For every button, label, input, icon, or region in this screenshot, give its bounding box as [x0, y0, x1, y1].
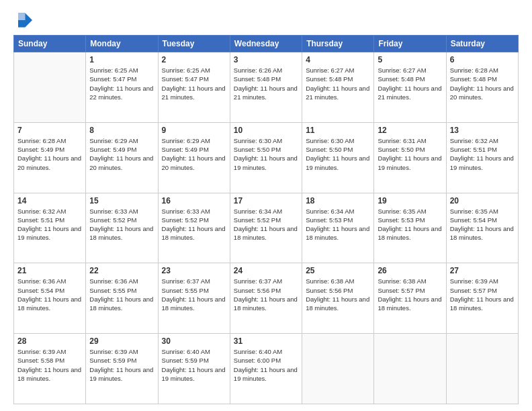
day-detail: Sunrise: 6:28 AMSunset: 5:49 PMDaylight:…: [17, 136, 82, 172]
day-cell-25: 25Sunrise: 6:38 AMSunset: 5:56 PMDayligh…: [302, 263, 374, 334]
day-cell-29: 29Sunrise: 6:39 AMSunset: 5:59 PMDayligh…: [86, 334, 158, 404]
calendar-page: SundayMondayTuesdayWednesdayThursdayFrid…: [0, 0, 532, 411]
day-number: 27: [450, 266, 515, 275]
day-number: 15: [89, 196, 154, 205]
day-number: 1: [89, 55, 154, 64]
day-number: 2: [162, 55, 226, 64]
day-cell-19: 19Sunrise: 6:35 AMSunset: 5:53 PMDayligh…: [374, 193, 446, 263]
day-detail: Sunrise: 6:35 AMSunset: 5:53 PMDaylight:…: [378, 207, 442, 242]
day-detail: Sunrise: 6:30 AMSunset: 5:50 PMDaylight:…: [234, 136, 298, 172]
day-detail: Sunrise: 6:38 AMSunset: 5:56 PMDaylight:…: [306, 277, 370, 312]
day-cell-9: 9Sunrise: 6:29 AMSunset: 5:49 PMDaylight…: [158, 122, 230, 193]
day-detail: Sunrise: 6:31 AMSunset: 5:50 PMDaylight:…: [378, 136, 442, 172]
svg-marker-2: [18, 20, 26, 28]
day-cell-2: 2Sunrise: 6:25 AMSunset: 5:47 PMDaylight…: [158, 52, 230, 123]
day-number: 3: [234, 55, 298, 64]
day-detail: Sunrise: 6:27 AMSunset: 5:48 PMDaylight:…: [378, 66, 442, 101]
day-detail: Sunrise: 6:34 AMSunset: 5:53 PMDaylight:…: [306, 207, 370, 242]
day-number: 7: [17, 126, 82, 135]
day-number: 23: [162, 266, 226, 275]
day-number: 24: [234, 266, 298, 275]
day-detail: Sunrise: 6:40 AMSunset: 5:59 PMDaylight:…: [162, 347, 226, 383]
day-detail: Sunrise: 6:28 AMSunset: 5:48 PMDaylight:…: [450, 66, 515, 101]
day-number: 26: [378, 266, 442, 275]
day-detail: Sunrise: 6:34 AMSunset: 5:52 PMDaylight:…: [234, 207, 298, 242]
day-detail: Sunrise: 6:39 AMSunset: 5:57 PMDaylight:…: [450, 277, 515, 312]
day-cell-18: 18Sunrise: 6:34 AMSunset: 5:53 PMDayligh…: [302, 193, 374, 263]
day-number: 10: [234, 126, 298, 135]
day-number: 18: [306, 196, 370, 205]
day-cell-28: 28Sunrise: 6:39 AMSunset: 5:58 PMDayligh…: [14, 334, 86, 404]
day-cell-6: 6Sunrise: 6:28 AMSunset: 5:48 PMDaylight…: [446, 52, 518, 123]
day-cell-13: 13Sunrise: 6:32 AMSunset: 5:51 PMDayligh…: [446, 122, 518, 193]
day-cell-20: 20Sunrise: 6:35 AMSunset: 5:54 PMDayligh…: [446, 193, 518, 263]
day-cell-27: 27Sunrise: 6:39 AMSunset: 5:57 PMDayligh…: [446, 263, 518, 334]
day-detail: Sunrise: 6:30 AMSunset: 5:50 PMDaylight:…: [306, 136, 370, 172]
empty-cell: [374, 334, 446, 404]
day-cell-8: 8Sunrise: 6:29 AMSunset: 5:49 PMDaylight…: [86, 122, 158, 193]
day-detail: Sunrise: 6:32 AMSunset: 5:51 PMDaylight:…: [17, 207, 82, 242]
day-detail: Sunrise: 6:27 AMSunset: 5:48 PMDaylight:…: [306, 66, 370, 101]
empty-cell: [14, 52, 86, 123]
day-detail: Sunrise: 6:33 AMSunset: 5:52 PMDaylight:…: [89, 207, 154, 242]
day-cell-31: 31Sunrise: 6:40 AMSunset: 6:00 PMDayligh…: [230, 334, 302, 404]
day-cell-5: 5Sunrise: 6:27 AMSunset: 5:48 PMDaylight…: [374, 52, 446, 123]
day-detail: Sunrise: 6:37 AMSunset: 5:55 PMDaylight:…: [162, 277, 226, 312]
day-number: 5: [378, 55, 442, 64]
calendar-table: SundayMondayTuesdayWednesdayThursdayFrid…: [13, 35, 519, 404]
day-detail: Sunrise: 6:36 AMSunset: 5:54 PMDaylight:…: [17, 277, 82, 312]
day-cell-30: 30Sunrise: 6:40 AMSunset: 5:59 PMDayligh…: [158, 334, 230, 404]
week-row-3: 21Sunrise: 6:36 AMSunset: 5:54 PMDayligh…: [14, 263, 519, 334]
day-cell-15: 15Sunrise: 6:33 AMSunset: 5:52 PMDayligh…: [86, 193, 158, 263]
day-cell-22: 22Sunrise: 6:36 AMSunset: 5:55 PMDayligh…: [86, 263, 158, 334]
day-detail: Sunrise: 6:29 AMSunset: 5:49 PMDaylight:…: [89, 136, 154, 172]
weekday-header-tuesday: Tuesday: [158, 36, 230, 52]
day-detail: Sunrise: 6:25 AMSunset: 5:47 PMDaylight:…: [89, 66, 154, 101]
day-cell-16: 16Sunrise: 6:33 AMSunset: 5:52 PMDayligh…: [158, 193, 230, 263]
day-number: 29: [89, 336, 154, 346]
day-number: 13: [450, 126, 515, 135]
day-detail: Sunrise: 6:35 AMSunset: 5:54 PMDaylight:…: [450, 207, 515, 242]
day-number: 16: [162, 196, 226, 205]
day-number: 25: [306, 266, 370, 275]
day-detail: Sunrise: 6:37 AMSunset: 5:56 PMDaylight:…: [234, 277, 298, 312]
weekday-header-monday: Monday: [86, 36, 158, 52]
day-detail: Sunrise: 6:40 AMSunset: 6:00 PMDaylight:…: [234, 347, 298, 383]
day-number: 31: [234, 336, 298, 346]
day-number: 30: [162, 336, 226, 346]
day-detail: Sunrise: 6:38 AMSunset: 5:57 PMDaylight:…: [378, 277, 442, 312]
logo: [13, 11, 35, 30]
day-cell-4: 4Sunrise: 6:27 AMSunset: 5:48 PMDaylight…: [302, 52, 374, 123]
day-number: 17: [234, 196, 298, 205]
day-detail: Sunrise: 6:36 AMSunset: 5:55 PMDaylight:…: [89, 277, 154, 312]
day-cell-12: 12Sunrise: 6:31 AMSunset: 5:50 PMDayligh…: [374, 122, 446, 193]
weekday-header-wednesday: Wednesday: [230, 36, 302, 52]
day-number: 19: [378, 196, 442, 205]
weekday-header-sunday: Sunday: [14, 36, 86, 52]
svg-marker-1: [18, 13, 26, 21]
day-number: 14: [17, 196, 82, 205]
empty-cell: [446, 334, 518, 404]
day-cell-17: 17Sunrise: 6:34 AMSunset: 5:52 PMDayligh…: [230, 193, 302, 263]
day-cell-14: 14Sunrise: 6:32 AMSunset: 5:51 PMDayligh…: [14, 193, 86, 263]
day-detail: Sunrise: 6:39 AMSunset: 5:58 PMDaylight:…: [17, 347, 82, 383]
weekday-header-thursday: Thursday: [302, 36, 374, 52]
day-cell-21: 21Sunrise: 6:36 AMSunset: 5:54 PMDayligh…: [14, 263, 86, 334]
day-number: 11: [306, 126, 370, 135]
week-row-0: 1Sunrise: 6:25 AMSunset: 5:47 PMDaylight…: [14, 52, 519, 123]
day-number: 9: [162, 126, 226, 135]
logo-icon: [13, 11, 32, 30]
day-cell-1: 1Sunrise: 6:25 AMSunset: 5:47 PMDaylight…: [86, 52, 158, 123]
day-number: 6: [450, 55, 515, 64]
day-number: 12: [378, 126, 442, 135]
day-cell-3: 3Sunrise: 6:26 AMSunset: 5:48 PMDaylight…: [230, 52, 302, 123]
day-detail: Sunrise: 6:26 AMSunset: 5:48 PMDaylight:…: [234, 66, 298, 101]
day-cell-24: 24Sunrise: 6:37 AMSunset: 5:56 PMDayligh…: [230, 263, 302, 334]
day-cell-11: 11Sunrise: 6:30 AMSunset: 5:50 PMDayligh…: [302, 122, 374, 193]
day-cell-7: 7Sunrise: 6:28 AMSunset: 5:49 PMDaylight…: [14, 122, 86, 193]
day-number: 22: [89, 266, 154, 275]
day-number: 20: [450, 196, 515, 205]
day-number: 4: [306, 55, 370, 64]
weekday-header-saturday: Saturday: [446, 36, 518, 52]
day-cell-26: 26Sunrise: 6:38 AMSunset: 5:57 PMDayligh…: [374, 263, 446, 334]
